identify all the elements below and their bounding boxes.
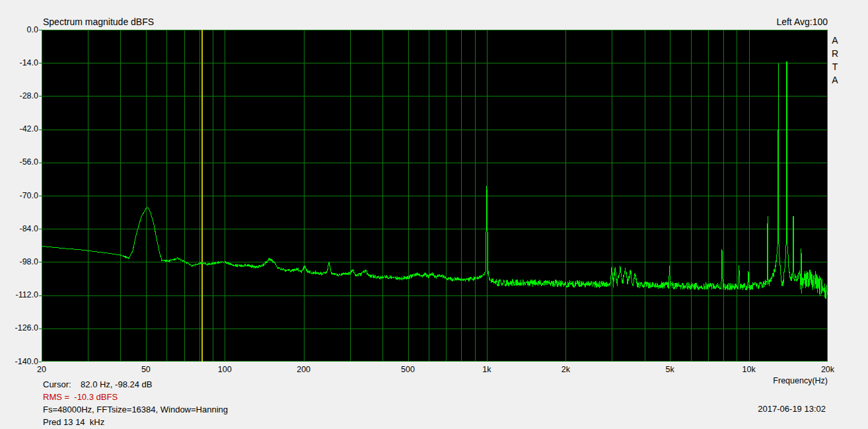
channel-avg-label: Left Avg:100	[776, 17, 828, 27]
y-tick-mark	[39, 229, 42, 229]
arta-logo-letter: R	[830, 47, 840, 60]
x-tick-label: 500	[387, 365, 429, 374]
y-tick-mark	[39, 196, 42, 196]
x-tick-label: 20k	[807, 365, 849, 374]
y-tick-mark	[39, 295, 42, 296]
x-tick-label: 2k	[544, 365, 587, 374]
y-tick-mark	[39, 63, 42, 63]
y-tick-mark	[39, 262, 42, 262]
y-tick-label: -56.0	[0, 157, 38, 167]
status-cursor: Cursor: 82.0 Hz, -98.24 dB	[43, 379, 152, 389]
y-tick-label: -42.0	[0, 124, 38, 134]
status-datetime: 2017-06-19 13:02	[758, 404, 826, 414]
x-tick-label: 10k	[728, 365, 770, 374]
chart-title: Spectrum magnitude dBFS	[43, 17, 154, 27]
y-tick-label: 0.0	[0, 25, 38, 35]
y-tick-label: -126.0	[0, 323, 38, 333]
y-tick-mark	[39, 30, 42, 30]
x-tick-label: 200	[283, 365, 325, 374]
status-rms: RMS = -10.3 dBFS	[43, 392, 118, 402]
arta-logo-letter: A	[830, 73, 840, 87]
x-tick-label: 5k	[649, 365, 691, 374]
status-settings: Fs=48000Hz, FFTsize=16384, Window=Hannin…	[43, 405, 228, 414]
arta-logo-letter: A	[830, 34, 840, 47]
arta-spectrum-window: Spectrum magnitude dBFS Left Avg:100 0.0…	[0, 0, 868, 429]
y-tick-label: -70.0	[0, 191, 38, 201]
x-axis-title: Frequency(Hz)	[773, 376, 828, 385]
y-tick-label: -98.0	[0, 257, 38, 267]
spectrum-plot[interactable]	[42, 30, 828, 362]
y-tick-mark	[39, 329, 42, 329]
y-tick-label: -84.0	[0, 224, 38, 234]
y-tick-label: -112.0	[0, 290, 38, 300]
y-tick-mark	[39, 96, 42, 97]
x-tick-label: 20	[20, 365, 63, 374]
arta-logo: ARTA	[830, 34, 840, 87]
x-tick-label: 100	[203, 365, 246, 374]
y-tick-mark	[39, 362, 42, 362]
y-tick-mark	[39, 163, 42, 163]
arta-logo-letter: T	[830, 60, 840, 73]
y-tick-mark	[39, 130, 42, 130]
y-tick-label: -14.0	[0, 58, 38, 68]
status-pred: Pred 13 14 kHz	[43, 417, 104, 427]
x-tick-label: 1k	[466, 365, 508, 374]
x-tick-label: 50	[125, 365, 167, 374]
spectrum-plot-canvas[interactable]	[42, 30, 828, 362]
y-tick-label: -28.0	[0, 91, 38, 101]
